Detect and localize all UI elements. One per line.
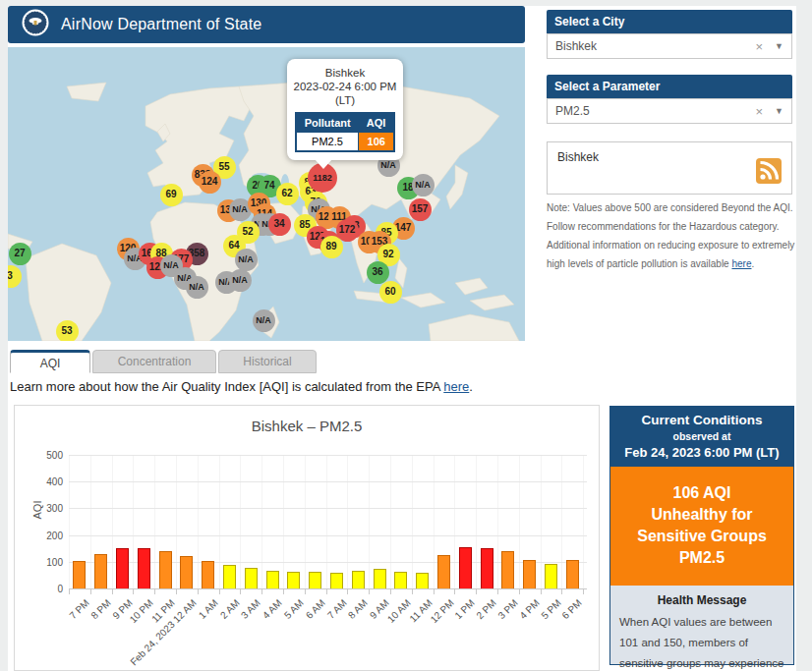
current-aqi-block: 106 AQI Unhealthy for Sensitive Groups P… [610,467,793,586]
vertical-gridline [434,455,435,588]
tab-historical[interactable]: Historical [218,350,317,373]
chart-bar-11-am[interactable] [416,573,429,588]
chart-bar-1-am[interactable] [202,561,214,588]
app-title: AirNow Department of State [61,16,261,33]
gridline-500 [69,455,587,456]
y-tick-label-500: 500 [33,450,63,461]
y-tick-label-100: 100 [33,557,63,568]
parameter-select[interactable]: PM2.5 × ▼ [547,98,792,124]
popup-table: Pollutant AQI PM2.5 106 [295,112,396,152]
gridline-300 [69,508,587,509]
popup-pollutant-value: PM2.5 [296,133,359,152]
tab-aqi[interactable]: AQI [10,350,90,373]
map-marker-n-a[interactable]: N/A [253,309,275,332]
parameter-select-header: Select a Parameter [547,75,792,98]
note-here-link[interactable]: here [731,258,751,269]
vertical-gridline [198,455,199,588]
vertical-gridline [176,455,177,588]
vertical-gridline [219,455,220,588]
chart-bar-1-pm[interactable] [459,547,472,588]
chart-bar-11-pm[interactable] [159,551,172,588]
chart-bar-8-am[interactable] [352,571,365,588]
x-axis-tick [583,589,584,594]
vertical-gridline [305,455,306,588]
chart-bar-9-am[interactable] [374,569,386,588]
y-tick-label-200: 200 [33,531,63,541]
map-marker-124[interactable]: 124 [199,171,221,194]
x-axis-tick [261,589,262,594]
parameter-clear-icon[interactable]: × [755,104,763,119]
map-popup[interactable]: Bishkek 2023-02-24 6:00 PM (LT) Pollutan… [287,59,403,160]
map-marker-n-a[interactable]: N/A [229,269,252,292]
x-axis-line [69,588,587,589]
vertical-gridline [261,455,262,588]
map-marker-27[interactable]: 27 [9,243,31,265]
vertical-gridline [283,455,284,588]
map-marker-n-a[interactable]: N/A [186,276,208,299]
map-marker-62[interactable]: 62 [276,183,299,205]
y-tick-label-0: 0 [33,584,63,594]
parameter-select-panel: Select a Parameter PM2.5 × ▼ [547,75,792,124]
chart-bar-12-pm[interactable] [437,555,450,588]
gridline-200 [69,535,587,536]
map-marker-34[interactable]: 34 [268,213,291,236]
city-select[interactable]: Bishkek × ▼ [547,33,792,59]
vertical-gridline [369,455,370,588]
chart-bar-3-pm[interactable] [501,551,514,588]
city-caret-icon[interactable]: ▼ [775,41,783,51]
x-axis-tick [347,589,348,594]
chart-bar-5-pm[interactable] [545,564,557,588]
chart-bar-8-pm[interactable] [94,554,107,588]
vertical-gridline [583,455,584,588]
map-marker-69[interactable]: 69 [160,184,183,206]
map-marker-60[interactable]: 60 [379,281,402,304]
observed-datetime: Feb 24, 2023 6:00 PM (LT) [614,445,789,460]
vertical-gridline [347,455,348,588]
x-axis-tick [412,589,413,594]
chart-bar-10-am[interactable] [394,572,407,588]
rss-icon[interactable] [756,158,782,188]
map-marker-36[interactable]: 36 [367,261,389,284]
chart-bar-3-am[interactable] [245,568,258,588]
learn-more-here-link[interactable]: here [443,379,469,394]
parameter-caret-icon[interactable]: ▼ [775,106,783,116]
tab-bar: AQI Concentration Historical [10,350,319,373]
vertical-gridline [112,455,113,588]
tab-concentration[interactable]: Concentration [92,350,216,373]
chart-bar-2-pm[interactable] [481,548,493,588]
vertical-gridline [154,455,155,588]
chart-bar-4-am[interactable] [266,571,279,588]
vertical-gridline [390,455,391,588]
chart-bar-6-am[interactable] [309,572,321,588]
x-axis-tick [154,589,155,594]
rss-feed-box[interactable]: Bishkek [547,141,792,195]
chart-bar-10-pm[interactable] [138,548,150,588]
chart-bar-5-am[interactable] [287,572,300,588]
app-header: AirNow Department of State [8,6,525,43]
chart-bar-6-pm[interactable] [566,560,579,588]
chart-bar-9-pm[interactable] [116,548,129,588]
popup-aqi-value: 106 [359,133,395,152]
map-marker-53[interactable]: 53 [56,320,79,342]
map[interactable]: 5583812469207462N/A8963118218N/A139N/A13… [8,47,525,341]
note-suffix: . [751,258,754,269]
chart-title: Bishkek – PM2.5 [15,418,599,434]
x-axis-tick [561,589,562,594]
popup-datetime: 2023-02-24 6:00 PM [293,80,397,93]
chart-bar-7-am[interactable] [330,573,343,588]
chart-bar-4-pm[interactable] [523,560,536,588]
map-marker-89[interactable]: 89 [320,236,343,258]
x-axis-tick [219,589,220,594]
chart-bar-7-pm[interactable] [73,561,86,588]
map-marker-157[interactable]: 157 [409,198,432,221]
map-marker-n-a[interactable]: N/A [412,174,435,196]
chart-bar-2-am[interactable] [223,565,236,588]
city-clear-icon[interactable]: × [755,39,763,54]
map-marker-n-a[interactable]: N/A [235,249,258,271]
us-state-seal-icon [22,9,49,40]
x-axis-tick [454,589,455,594]
chart-bar-feb-24-2023-12-am[interactable] [180,556,193,588]
vertical-gridline [240,455,241,588]
content-area: AirNow Department of State [8,6,796,671]
y-tick-label-400: 400 [33,476,63,487]
